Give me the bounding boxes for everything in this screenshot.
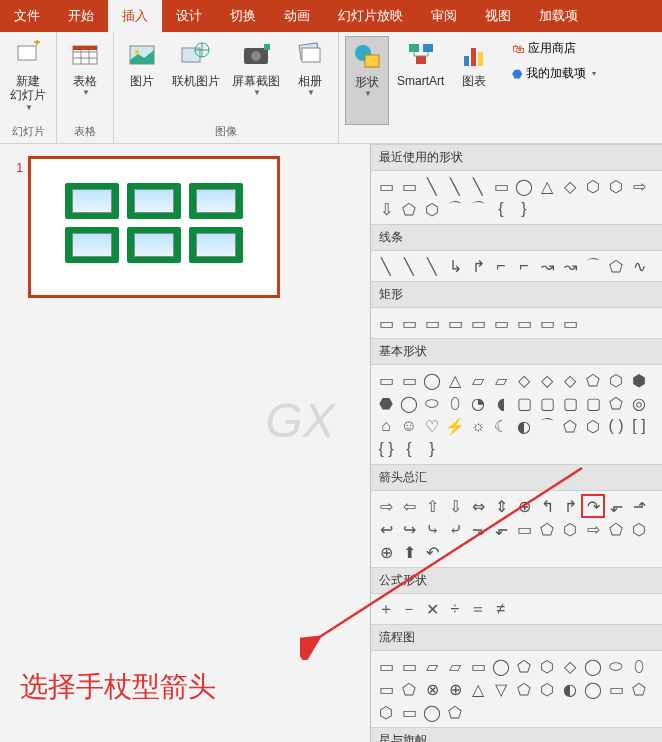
shape-item[interactable]: ⬡ — [559, 518, 581, 540]
shape-item[interactable]: ◇ — [559, 369, 581, 391]
shape-item[interactable]: [ ] — [628, 415, 650, 437]
tab-home[interactable]: 开始 — [54, 0, 108, 32]
shape-item[interactable]: ⬣ — [375, 392, 397, 414]
shape-item[interactable]: ⬠ — [398, 198, 420, 220]
shape-item[interactable]: ▭ — [398, 175, 420, 197]
shape-item[interactable]: ◇ — [559, 655, 581, 677]
shape-item[interactable]: ▢ — [513, 392, 535, 414]
shape-item[interactable]: ⬯ — [444, 392, 466, 414]
shape-item[interactable]: ⬡ — [421, 198, 443, 220]
shape-item[interactable]: ↶ — [421, 541, 443, 563]
tab-file[interactable]: 文件 — [0, 0, 54, 32]
shape-item[interactable]: ⬡ — [605, 175, 627, 197]
shape-item[interactable]: ⊗ — [421, 678, 443, 700]
tab-slideshow[interactable]: 幻灯片放映 — [324, 0, 417, 32]
shape-item[interactable]: ⬡ — [375, 701, 397, 723]
shape-item[interactable]: { — [490, 198, 512, 220]
shape-item[interactable]: ◯ — [421, 701, 443, 723]
shape-item[interactable]: ▭ — [536, 312, 558, 334]
shape-item[interactable]: ⌒ — [582, 255, 604, 277]
shape-item[interactable]: ⇔ — [467, 495, 489, 517]
shape-item[interactable]: ╲ — [421, 255, 443, 277]
shape-item[interactable]: ╲ — [375, 255, 397, 277]
shape-item[interactable]: ↷ — [582, 495, 604, 517]
shape-item[interactable]: ▭ — [467, 312, 489, 334]
shape-item[interactable]: ⌐ — [513, 255, 535, 277]
tab-insert[interactable]: 插入 — [108, 0, 162, 32]
shape-item[interactable]: ╲ — [467, 175, 489, 197]
shape-item[interactable]: ▢ — [536, 392, 558, 414]
shape-item[interactable]: ▭ — [444, 312, 466, 334]
tab-transitions[interactable]: 切换 — [216, 0, 270, 32]
shape-item[interactable]: ▭ — [398, 312, 420, 334]
shape-item[interactable]: ⌐ — [490, 255, 512, 277]
shape-item[interactable]: ☼ — [467, 415, 489, 437]
shape-item[interactable]: ⬐ — [605, 495, 627, 517]
shape-item[interactable]: ↪ — [398, 518, 420, 540]
shape-item[interactable]: ⌂ — [375, 415, 397, 437]
shape-item[interactable]: ⌒ — [467, 198, 489, 220]
tab-design[interactable]: 设计 — [162, 0, 216, 32]
shape-item[interactable]: { } — [375, 438, 397, 460]
shape-item[interactable]: ⬡ — [536, 655, 558, 677]
shape-item[interactable]: ⇩ — [375, 198, 397, 220]
shape-item[interactable]: ⬆ — [398, 541, 420, 563]
shape-item[interactable]: ⌒ — [536, 415, 558, 437]
shape-item[interactable]: ＝ — [467, 598, 489, 620]
shape-item[interactable]: ⤷ — [421, 518, 443, 540]
shape-item[interactable]: ◔ — [467, 392, 489, 414]
shape-item[interactable]: ⤶ — [444, 518, 466, 540]
shape-item[interactable]: ↝ — [536, 255, 558, 277]
shape-item[interactable]: ⬠ — [513, 678, 535, 700]
shape-item[interactable]: ▭ — [398, 369, 420, 391]
my-addins-button[interactable]: ⬣ 我的加载项 ▾ — [508, 63, 600, 84]
shape-item[interactable]: } — [513, 198, 535, 220]
shape-item[interactable]: ◐ — [559, 678, 581, 700]
shape-item[interactable]: ⬠ — [559, 415, 581, 437]
shape-item[interactable]: ⬡ — [582, 175, 604, 197]
shape-item[interactable] — [490, 438, 512, 460]
smartart-button[interactable]: SmartArt — [393, 36, 448, 125]
shape-item[interactable]: ⇕ — [490, 495, 512, 517]
shape-item[interactable]: ⌒ — [444, 198, 466, 220]
shape-item[interactable]: ╲ — [398, 255, 420, 277]
shape-item[interactable]: ▭ — [605, 678, 627, 700]
shape-item[interactable]: ⬯ — [628, 655, 650, 677]
tab-review[interactable]: 审阅 — [417, 0, 471, 32]
shape-item[interactable]: ⬠ — [605, 518, 627, 540]
shape-item[interactable]: ⇨ — [628, 175, 650, 197]
shape-item[interactable]: ◐ — [513, 415, 535, 437]
shape-item[interactable]: ▭ — [375, 175, 397, 197]
chart-button[interactable]: 图表 — [452, 36, 496, 125]
shape-item[interactable]: ◯ — [490, 655, 512, 677]
shape-item[interactable]: ◯ — [398, 392, 420, 414]
shape-item[interactable] — [536, 198, 558, 220]
shape-item[interactable]: ⬡ — [536, 678, 558, 700]
shape-item[interactable] — [444, 541, 466, 563]
shape-item[interactable]: ⬡ — [605, 369, 627, 391]
shape-item[interactable]: ⬎ — [467, 518, 489, 540]
shape-item[interactable]: ◖ — [490, 392, 512, 414]
shape-item[interactable]: ( ) — [605, 415, 627, 437]
shape-item[interactable]: ⊕ — [444, 678, 466, 700]
shape-item[interactable]: ⬠ — [536, 518, 558, 540]
shape-item[interactable]: ⬠ — [605, 255, 627, 277]
shape-item[interactable]: } — [421, 438, 443, 460]
shape-item[interactable]: ↝ — [559, 255, 581, 277]
shape-item[interactable]: ▭ — [467, 655, 489, 677]
shape-item[interactable]: ◎ — [628, 392, 650, 414]
shape-item[interactable]: ⬭ — [421, 392, 443, 414]
shape-item[interactable]: ⬭ — [605, 655, 627, 677]
shape-item[interactable]: ↳ — [444, 255, 466, 277]
shape-item[interactable]: ▭ — [398, 701, 420, 723]
shape-item[interactable]: { — [398, 438, 420, 460]
shape-item[interactable]: ▭ — [375, 369, 397, 391]
shape-item[interactable]: ◇ — [536, 369, 558, 391]
shape-item[interactable]: ☾ — [490, 415, 512, 437]
shape-item[interactable]: ≠ — [490, 598, 512, 620]
shape-item[interactable]: ⬠ — [582, 369, 604, 391]
shape-item[interactable]: ⬐ — [490, 518, 512, 540]
shape-item[interactable]: ▭ — [490, 312, 512, 334]
shape-item[interactable]: ▭ — [375, 312, 397, 334]
shape-item[interactable]: ▱ — [421, 655, 443, 677]
